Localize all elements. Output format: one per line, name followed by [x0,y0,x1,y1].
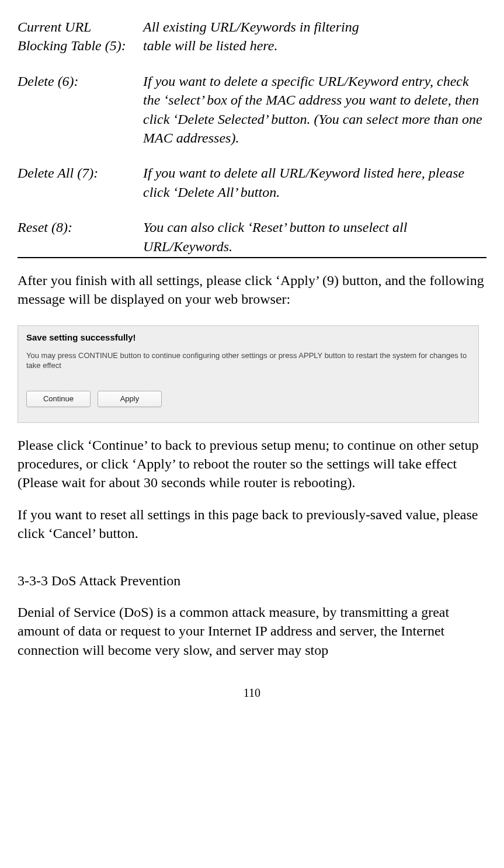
page-number: 110 [18,685,486,701]
screenshot-description: You may press CONTINUE button to continu… [26,350,478,371]
def-desc-reset: You can also click ‘Reset’ button to uns… [143,218,486,256]
def-term-delete-all: Delete All (7): [18,164,143,202]
continue-button[interactable]: Continue [26,391,91,407]
def-desc-line: All existing URL/Keywords in filtering [143,19,359,34]
divider-heavy [18,257,486,258]
paragraph-after-table: After you finish with all settings, plea… [18,271,486,309]
def-term-delete: Delete (6): [18,72,143,148]
def-term-current-url: Current URL Blocking Table (5): [18,18,143,55]
def-term-line: Blocking Table (5): [18,38,126,53]
def-desc-delete: If you want to delete a specific URL/Key… [143,72,486,148]
save-success-screenshot: Save setting successfully! You may press… [18,325,479,423]
def-term-line: Current URL [18,19,91,34]
apply-button[interactable]: Apply [98,391,162,407]
def-desc-delete-all: If you want to delete all URL/Keyword li… [143,164,486,202]
def-desc-line: table will be listed here. [143,38,277,53]
screenshot-title: Save setting successfully! [26,332,478,343]
def-desc-current-url: All existing URL/Keywords in filtering t… [143,18,486,55]
def-term-reset: Reset (8): [18,218,143,256]
paragraph-continue: Please click ‘Continue’ to back to previ… [18,436,486,492]
section-heading-dos: 3-3-3 DoS Attack Prevention [18,571,486,590]
paragraph-cancel: If you want to reset all settings in thi… [18,505,486,543]
paragraph-dos: Denial of Service (DoS) is a common atta… [18,603,486,659]
definition-table: Current URL Blocking Table (5): All exis… [18,18,486,256]
